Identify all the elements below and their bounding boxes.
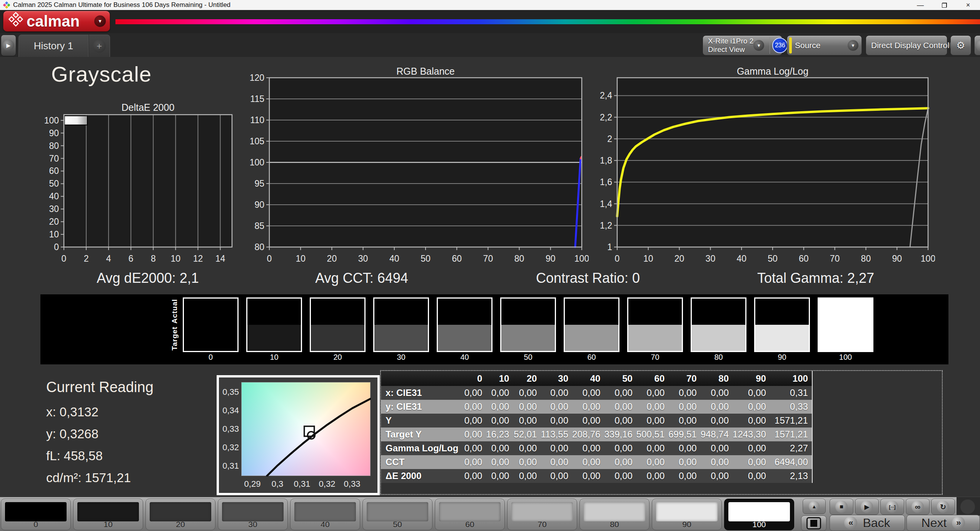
pattern-patch-button-90[interactable]: 90 [652, 499, 722, 530]
table-cell: 52,01 [513, 427, 541, 441]
corner-panel [957, 497, 980, 516]
plus-icon: + [93, 40, 106, 53]
source-status-stripe [789, 37, 792, 53]
calman-logo-icon [7, 12, 24, 30]
collapse-toolbar-button[interactable]: ◀ [974, 35, 980, 55]
table-column-header: 100 [770, 371, 812, 386]
page-title: Grayscale [51, 62, 152, 87]
table-row: Y0,000,000,000,000,000,000,000,000,000,0… [381, 414, 812, 427]
pattern-size-button[interactable]: [··] [880, 499, 904, 515]
svg-text:10: 10 [49, 229, 59, 239]
table-cell: 1571,21 [770, 427, 812, 441]
pattern-patch-button-0[interactable]: 0 [1, 499, 71, 530]
svg-text:95: 95 [254, 179, 264, 189]
back-button[interactable]: « Back [830, 515, 905, 531]
pattern-patch-button-100[interactable]: 100 [724, 499, 794, 530]
cie-chromaticity-chart: 0,350,340,330,320,310,290,30,310,320,33 [217, 375, 380, 495]
table-cell: 0,00 [572, 400, 604, 414]
svg-text:0: 0 [62, 254, 67, 264]
refresh-button[interactable]: ↻ [931, 499, 955, 515]
chevron-down-icon: ▼ [848, 40, 858, 51]
patch-level-label: 100 [725, 520, 794, 529]
play-button[interactable]: ▶ [855, 499, 879, 515]
divider [770, 37, 770, 54]
svg-text:10: 10 [171, 254, 181, 264]
table-cell: 0,00 [513, 455, 541, 469]
svg-text:14: 14 [215, 254, 225, 264]
table-cell: 0,00 [462, 400, 486, 414]
patch-chip [728, 502, 790, 521]
source-dropdown[interactable]: Source ▼ [787, 35, 862, 55]
calman-menu-button[interactable]: calman ▼ [3, 11, 110, 32]
display-control-dropdown[interactable]: Direct Display Control ▼ [866, 35, 947, 55]
minimize-button[interactable]: — [908, 0, 932, 10]
table-cell: 0,00 [513, 441, 541, 455]
table-cell: 0,00 [541, 441, 572, 455]
pattern-patch-button-20[interactable]: 20 [145, 499, 215, 530]
reading-cdm2: cd/m²: 1571,21 [46, 467, 154, 489]
table-cell: 0,00 [701, 414, 733, 427]
table-cell: 0,00 [733, 386, 770, 400]
grayscale-swatch-10 [246, 297, 302, 352]
table-cell: 0,00 [668, 386, 700, 400]
table-cell: 0,00 [668, 414, 700, 427]
table-cell: 0,00 [636, 441, 668, 455]
swatch-target [628, 325, 682, 351]
pattern-patch-button-80[interactable]: 80 [579, 499, 649, 530]
svg-text:110: 110 [250, 115, 264, 125]
pattern-patch-button-30[interactable]: 30 [218, 499, 288, 530]
stop-button[interactable]: ■ [830, 499, 853, 515]
table-cell: 0,31 [770, 386, 812, 400]
svg-text:Gamma Log/Log: Gamma Log/Log [737, 66, 808, 77]
svg-text:30: 30 [49, 204, 59, 214]
table-row: x: CIE310,000,000,000,000,000,000,000,00… [381, 386, 812, 400]
svg-text:100: 100 [250, 157, 264, 167]
pattern-patch-button-40[interactable]: 40 [290, 499, 360, 530]
svg-text:70: 70 [49, 154, 59, 164]
table-cell: 0,00 [513, 386, 541, 400]
table-cell: 0,00 [733, 414, 770, 427]
next-label: Next [922, 516, 947, 530]
swatch-actual [628, 299, 682, 325]
table-row-label: ΔE 2000 [381, 469, 462, 483]
reading-fl: fL: 458,58 [46, 445, 154, 467]
pattern-patch-button-10[interactable]: 10 [73, 499, 143, 530]
add-tab-button[interactable]: + [88, 35, 110, 57]
pattern-window-icon [806, 517, 821, 529]
chevron-down-icon: ▼ [94, 15, 106, 27]
table-cell: 0,00 [668, 441, 700, 455]
swatch-actual [755, 299, 809, 325]
svg-text:40: 40 [49, 191, 59, 201]
swatch-target [247, 325, 301, 351]
table-cell: 0,00 [668, 455, 700, 469]
svg-text:8: 8 [151, 254, 156, 264]
restore-button[interactable] [932, 0, 956, 10]
meter-dropdown[interactable]: X-Rite i1Pro 2 Direct View ▼ 236 [703, 35, 782, 55]
continuous-measure-button[interactable]: ∞ [906, 499, 930, 515]
close-button[interactable]: × [956, 0, 980, 10]
table-cell: 16,23 [486, 427, 513, 441]
swatch-level-label: 100 [818, 353, 873, 362]
pattern-patch-button-60[interactable]: 60 [435, 499, 505, 530]
table-cell: 0,00 [486, 400, 513, 414]
tab-history-1[interactable]: History 1 [18, 35, 88, 57]
patch-chip [439, 502, 501, 521]
refresh-icon: ↻ [937, 501, 949, 513]
settings-button[interactable]: ⚙ [950, 35, 971, 55]
pattern-bar: 0 10 20 30 40 50 60 [0, 496, 980, 531]
pattern-patch-button-70[interactable]: 70 [507, 499, 577, 530]
table-cell: 0,00 [701, 386, 733, 400]
pattern-patch-button-50[interactable]: 50 [362, 499, 432, 530]
pattern-window-button[interactable] [801, 516, 826, 531]
table-row-label: Y [381, 414, 462, 427]
table-column-header: 30 [541, 371, 572, 386]
table-cell: 1571,21 [770, 414, 812, 427]
next-button[interactable]: Next » [907, 515, 980, 531]
table-cell: 0,00 [572, 441, 604, 455]
pattern-panel-up-button[interactable]: ▲ [803, 499, 826, 514]
table-cell: 0,00 [513, 469, 541, 483]
grayscale-swatch-100 [818, 297, 873, 352]
svg-text:1,8: 1,8 [600, 155, 612, 165]
tab-scroll-button[interactable]: ▶ [1, 35, 16, 56]
calman-window: Calman 2025 Calman Ultimate for Business… [0, 0, 980, 531]
